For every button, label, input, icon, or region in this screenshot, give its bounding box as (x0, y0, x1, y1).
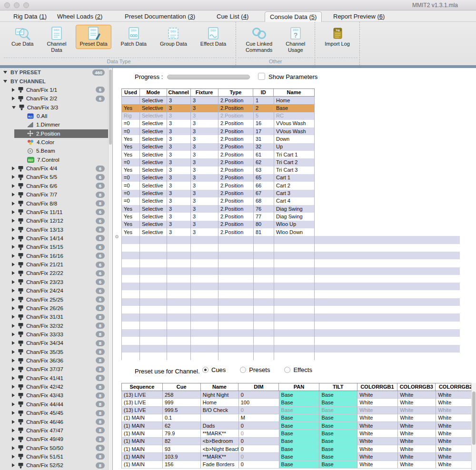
radio-presets[interactable] (240, 367, 246, 373)
sidebar-scrollbar-thumb[interactable] (109, 69, 112, 145)
splitter-handle[interactable] (115, 235, 119, 238)
sidebar-item-chan-fix-34-34[interactable]: Chan/Fix 34/348 (0, 339, 112, 347)
sidebar-item-chan-fix-41-41[interactable]: Chan/Fix 41/418 (0, 374, 112, 382)
sidebar-item-chan-fix-47-47[interactable]: Chan/Fix 47/478 (0, 426, 112, 435)
cue-table-scrollbar-thumb[interactable] (472, 392, 476, 445)
chevron-right-icon[interactable] (12, 402, 15, 406)
chevron-right-icon[interactable] (12, 350, 15, 354)
sidebar-item-chan-fix-44-44[interactable]: Chan/Fix 44/448 (0, 400, 112, 409)
chevron-right-icon[interactable] (12, 219, 15, 223)
chevron-down-icon[interactable] (3, 71, 7, 74)
chevron-right-icon[interactable] (12, 245, 15, 249)
chevron-right-icon[interactable] (12, 298, 15, 302)
chevron-right-icon[interactable] (12, 175, 15, 179)
chevron-right-icon[interactable] (12, 393, 15, 397)
chevron-down-icon[interactable] (3, 80, 7, 83)
sidebar-item-5-beam[interactable]: 5.Beam (0, 147, 112, 155)
preset-row-80[interactable]: YesSelective332.Position80Wloo Up (121, 221, 315, 228)
sidebar-item-chan-fix-6-6[interactable]: Chan/Fix 6/66 (0, 182, 112, 190)
cue-row-93[interactable]: (1) MAIN93<b>Night Beach0BaseBaseWhiteWh… (121, 445, 476, 453)
chevron-right-icon[interactable] (12, 367, 15, 371)
sidebar-item-4-color[interactable]: 4.Color (0, 138, 112, 147)
chevron-right-icon[interactable] (12, 271, 15, 275)
sidebar-item-chan-fix-24-24[interactable]: Chan/Fix 24/246 (0, 286, 112, 295)
chevron-right-icon[interactable] (12, 429, 15, 432)
sidebar-item-chan-fix-8-8[interactable]: Chan/Fix 8/88 (0, 199, 112, 207)
chevron-right-icon[interactable] (12, 184, 15, 188)
preset-row-16[interactable]: =0Selective332.Position16VVous Wash (121, 120, 315, 127)
sidebar-item-chan-fix-23-23[interactable]: Chan/Fix 23/236 (0, 278, 112, 286)
preset-row-17[interactable]: =0Selective332.Position17VVous Wash (121, 127, 315, 135)
cue-row-156[interactable]: (1) MAIN156Fade Borders0BaseBaseWhiteWhi… (121, 461, 476, 469)
tab-preset-documentation[interactable]: Preset Documentation (3) (120, 12, 200, 21)
close-button[interactable] (4, 2, 10, 8)
sidebar-item-chan-fix-13-13[interactable]: Chan/Fix 13/136 (0, 225, 112, 234)
sidebar-item-chan-fix-42-42[interactable]: Chan/Fix 42/428 (0, 382, 112, 391)
sidebar-item-chan-fix-43-43[interactable]: Chan/Fix 43/438 (0, 391, 112, 400)
cue-row-258[interactable]: (13) LIVE258Night Night0BaseBaseWhiteWhi… (121, 391, 476, 399)
preset-row-1[interactable]: Selective332.Position1Home (121, 97, 315, 104)
chevron-right-icon[interactable] (12, 333, 15, 336)
chevron-right-icon[interactable] (12, 88, 15, 92)
sidebar-item-chan-fix-50-50[interactable]: Chan/Fix 50/509 (0, 443, 112, 452)
sidebar-item-chan-fix-35-35[interactable]: Chan/Fix 35/358 (0, 348, 112, 356)
chevron-right-icon[interactable] (12, 446, 15, 450)
cue-data-button[interactable]: DIDIICue Data (8, 25, 37, 49)
sidebar-item-chan-fix-45-45[interactable]: Chan/Fix 45/458 (0, 409, 112, 417)
sidebar-item-chan-fix-31-31[interactable]: Chan/Fix 31/318 (0, 313, 112, 321)
chevron-right-icon[interactable] (12, 411, 15, 415)
cue-row-62[interactable]: (1) MAIN62Dads0BaseBaseWhiteWhiteWhite (121, 422, 476, 430)
chevron-right-icon[interactable] (12, 315, 15, 319)
preset-row-61[interactable]: YesSelective332.Position61Tri Cart 1 (121, 151, 315, 158)
preset-row-81[interactable]: YesSelective332.Position81Wloo Down (121, 228, 315, 236)
sidebar-item-chan-fix-37-37[interactable]: Chan/Fix 37/378 (0, 365, 112, 373)
group-data-button[interactable]: DIDIIGroup Data (156, 25, 191, 49)
preset-use-option-effects[interactable]: Effects (284, 366, 327, 373)
sidebar-item-7-control[interactable]: RST7.Control (0, 156, 112, 164)
chevron-right-icon[interactable] (12, 463, 15, 467)
cue-row-999[interactable]: (13) LIVE999Home100BaseBaseWhiteWhiteWhi… (121, 399, 476, 406)
sidebar-item-chan-fix-1-1[interactable]: Chan/Fix 1/16 (0, 86, 112, 94)
preset-row-63[interactable]: YesSelective332.Position63Tri Cart 3 (121, 166, 315, 174)
sidebar-item-chan-fix-51-51[interactable]: Chan/Fix 51/518 (0, 452, 112, 461)
chevron-right-icon[interactable] (12, 202, 15, 206)
sidebar-item-0-all[interactable]: ALL0.All (0, 112, 112, 120)
preset-row-66[interactable]: =0Selective332.Position66Cart 2 (121, 182, 315, 189)
channel-data-button[interactable]: DIDIIChannel Data (43, 25, 70, 55)
import-log-button[interactable]: logImport Log (321, 25, 354, 49)
chevron-right-icon[interactable] (12, 254, 15, 258)
tab-cue-list[interactable]: Cue List (4) (212, 12, 253, 21)
cue-linked-commands-button[interactable]: Cue Linked Commands (242, 25, 276, 55)
sidebar-item-by-preset[interactable]: BY PRESET460 (0, 68, 112, 77)
tab-report-preview[interactable]: Report Preview (6) (328, 12, 389, 21)
chevron-right-icon[interactable] (12, 263, 15, 266)
tab-wheel-loads[interactable]: Wheel Loads (2) (52, 12, 107, 21)
preset-row-62[interactable]: =0Selective332.Position62Tri Cart 2 (121, 158, 315, 166)
sidebar-item-by-channel[interactable]: BY CHANNEL (0, 77, 112, 85)
chevron-right-icon[interactable] (12, 376, 15, 380)
chevron-right-icon[interactable] (12, 385, 15, 389)
preset-row-77[interactable]: YesSelective332.Position77Diag Swing (121, 213, 315, 220)
sidebar-item-chan-fix-11-11[interactable]: Chan/Fix 11/116 (0, 208, 112, 216)
patch-data-button[interactable]: DIDIIPatch Data (117, 25, 150, 49)
preset-row-2[interactable]: YesSelective332.Position2Base (121, 104, 315, 112)
sidebar-item-chan-fix-33-33[interactable]: Chan/Fix 33/338 (0, 330, 112, 339)
preset-row-67[interactable]: =0Selective332.Position67Cart 3 (121, 190, 315, 197)
chevron-right-icon[interactable] (12, 437, 15, 441)
sidebar-item-chan-fix-15-15[interactable]: Chan/Fix 15/156 (0, 243, 112, 251)
preset-row-31[interactable]: YesSelective332.Position31Down (121, 135, 315, 143)
sidebar-item-chan-fix-22-22[interactable]: Chan/Fix 22/226 (0, 269, 112, 277)
sidebar-item-chan-fix-3-3[interactable]: Chan/Fix 3/3 (0, 103, 112, 111)
chevron-right-icon[interactable] (12, 359, 15, 362)
chevron-right-icon[interactable] (12, 228, 15, 232)
sidebar-item-chan-fix-7-7[interactable]: Chan/Fix 7/78 (0, 190, 112, 199)
minimize-button[interactable] (14, 2, 20, 8)
chevron-right-icon[interactable] (12, 193, 15, 196)
sidebar-item-2-position[interactable]: 2.Position (0, 129, 112, 138)
channel-usage-button[interactable]: DIDII?Channel Usage (282, 25, 309, 55)
preset-row-32[interactable]: YesSelective332.Position32Up (121, 143, 315, 151)
chevron-right-icon[interactable] (12, 280, 15, 284)
cue-row-999-5[interactable]: (13) LIVE999.5B/O Check0BaseBaseWhiteWhi… (121, 407, 476, 414)
sidebar-item-1-dimmer[interactable]: 1.Dimmer (0, 120, 112, 129)
sidebar-item-chan-fix-46-46[interactable]: Chan/Fix 46/468 (0, 417, 112, 426)
